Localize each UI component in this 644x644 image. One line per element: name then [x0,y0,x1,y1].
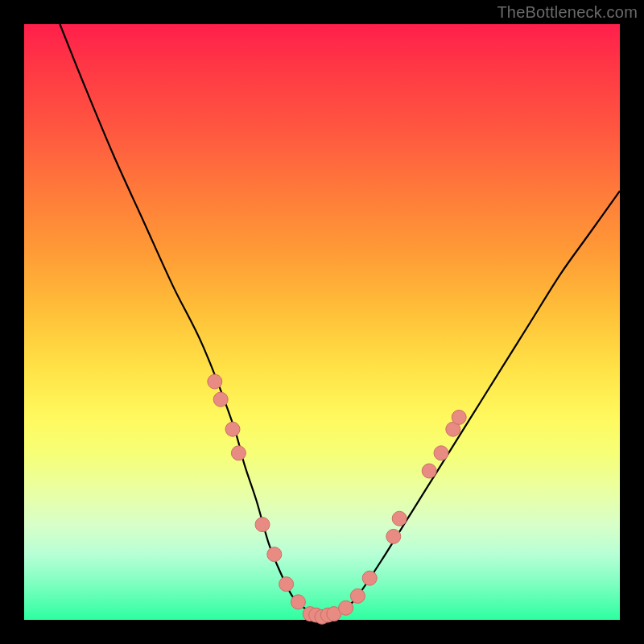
data-marker [350,588,365,603]
watermark-text: TheBottleneck.com [497,3,638,22]
chart-frame: TheBottleneck.com [0,0,644,644]
data-marker [225,422,240,436]
bottleneck-curve [60,24,620,617]
data-marker [392,511,407,526]
data-marker [434,446,448,460]
data-markers [208,374,466,624]
data-marker [255,518,270,532]
data-marker [362,571,377,585]
data-marker [231,446,246,460]
data-marker [291,595,305,609]
data-marker [452,410,466,424]
plot-area [24,24,620,620]
data-marker [208,374,222,389]
data-marker [386,529,401,543]
data-marker [213,392,228,407]
data-marker [279,577,294,592]
data-marker [267,547,282,562]
curve-svg [24,24,620,620]
data-marker [422,464,436,478]
data-marker [339,601,353,615]
